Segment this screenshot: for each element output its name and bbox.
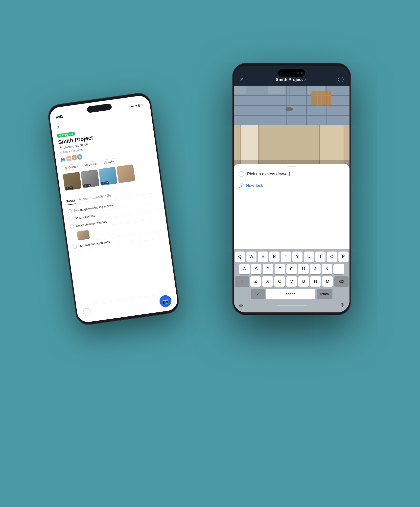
dynamic-island bbox=[278, 69, 305, 77]
collection-chip-icon: 📋 bbox=[104, 161, 107, 164]
keyboard-row-4: 123 space return bbox=[235, 289, 349, 299]
key-o[interactable]: O bbox=[327, 252, 337, 262]
location-icon: 📍 bbox=[59, 146, 63, 150]
back-close-button[interactable]: ✕ bbox=[56, 125, 60, 130]
photo-4-bg bbox=[116, 164, 135, 183]
key-m[interactable]: M bbox=[322, 276, 333, 287]
back-phone: 9:41 ▪▪▪ ▾ ▮ ☆ ✕ In Progress Smith Proje… bbox=[47, 91, 180, 327]
key-l[interactable]: L bbox=[333, 264, 344, 274]
key-x[interactable]: X bbox=[262, 276, 273, 287]
tab-tasks[interactable]: Tasks bbox=[66, 198, 76, 205]
key-w[interactable]: W bbox=[246, 252, 257, 262]
info-icon: i bbox=[341, 78, 341, 81]
key-f[interactable]: F bbox=[275, 264, 285, 274]
photo-1[interactable]: 👤 7w bbox=[63, 172, 82, 191]
front-screen: ✕ Smith Project > i bbox=[234, 66, 350, 312]
new-task-label[interactable]: New Task bbox=[246, 183, 263, 188]
key-k[interactable]: K bbox=[322, 264, 332, 274]
svg-rect-12 bbox=[268, 86, 285, 94]
front-phone: ✕ Smith Project > i bbox=[232, 63, 351, 315]
key-return[interactable]: return bbox=[317, 289, 332, 299]
collection-chip[interactable]: 📋 Colle bbox=[101, 158, 117, 166]
back-status-icons: ▪▪▪ ▾ ▮ ☆ bbox=[131, 103, 144, 108]
key-i[interactable]: I bbox=[315, 252, 326, 262]
key-y[interactable]: Y bbox=[292, 252, 303, 262]
key-h[interactable]: H bbox=[298, 264, 309, 274]
svg-point-31 bbox=[285, 107, 293, 111]
task-circle-2 bbox=[69, 217, 73, 221]
task-text-2: Secure flashing bbox=[75, 214, 95, 220]
status-badge: In Progress bbox=[57, 132, 75, 138]
new-task-plus-icon[interactable]: + bbox=[239, 183, 244, 188]
task-input-text[interactable]: Pick up excess drywall bbox=[247, 172, 345, 177]
labels-chip-icon: 🏷 bbox=[85, 163, 88, 166]
front-title-area[interactable]: Smith Project > bbox=[276, 77, 306, 82]
key-numbers[interactable]: 123 bbox=[251, 289, 265, 299]
front-project-title: Smith Project bbox=[276, 77, 303, 82]
front-close-button[interactable]: ✕ bbox=[240, 76, 244, 82]
svg-rect-10 bbox=[234, 86, 246, 94]
side-button-mute bbox=[51, 145, 53, 152]
task-circle-3 bbox=[70, 224, 74, 229]
key-e[interactable]: E bbox=[258, 252, 268, 262]
camera-button[interactable]: 📷 bbox=[159, 294, 172, 308]
lines-icon: ≡ bbox=[59, 151, 62, 154]
battery-icon: ▮ bbox=[138, 103, 140, 107]
key-t[interactable]: T bbox=[281, 252, 291, 262]
star-icon[interactable]: ☆ bbox=[141, 103, 144, 107]
key-s[interactable]: S bbox=[251, 264, 262, 274]
key-space[interactable]: space bbox=[266, 289, 315, 299]
key-b[interactable]: B bbox=[298, 276, 309, 287]
photo-4[interactable] bbox=[116, 164, 135, 183]
key-p[interactable]: P bbox=[338, 252, 349, 262]
key-j[interactable]: J bbox=[310, 264, 321, 274]
people-icon: 👥 bbox=[60, 157, 65, 162]
mic-key[interactable]: 🎙 bbox=[340, 302, 345, 309]
tab-notes[interactable]: Notes bbox=[79, 197, 88, 203]
tab-checklists[interactable]: Checklists (5) bbox=[91, 193, 111, 202]
key-shift[interactable]: ⇧ bbox=[235, 276, 249, 287]
key-u[interactable]: U bbox=[304, 252, 314, 262]
photo-3[interactable]: 👤 7w bbox=[98, 167, 117, 186]
task-photo bbox=[77, 230, 90, 240]
back-screen: 9:41 ▪▪▪ ▾ ▮ ☆ ✕ In Progress Smith Proje… bbox=[48, 95, 179, 323]
task-cursor bbox=[289, 172, 290, 176]
keyboard-row-1: Q W E R T Y U I O P bbox=[235, 252, 349, 262]
key-n[interactable]: N bbox=[310, 276, 321, 287]
key-g[interactable]: G bbox=[286, 264, 297, 274]
key-r[interactable]: R bbox=[269, 252, 280, 262]
di-dot-2 bbox=[301, 72, 303, 74]
add-button[interactable]: + bbox=[83, 307, 92, 316]
home-bar bbox=[277, 305, 306, 306]
task-input-area[interactable]: Pick up excess drywall bbox=[234, 167, 350, 180]
contact-chip[interactable]: 🏠 Contact bbox=[62, 163, 81, 171]
contact-chip-icon: 🏠 bbox=[64, 166, 68, 170]
side-button-vol-up bbox=[53, 157, 56, 170]
emoji-key[interactable]: ☺ bbox=[238, 302, 244, 309]
home-indicator bbox=[277, 302, 306, 309]
task-radio[interactable] bbox=[239, 171, 244, 177]
key-q[interactable]: Q bbox=[235, 252, 245, 262]
key-delete[interactable]: ⌫ bbox=[334, 276, 349, 287]
key-v[interactable]: V bbox=[286, 276, 297, 287]
keyboard[interactable]: Q W E R T Y U I O P A S bbox=[234, 249, 350, 312]
task-circle-4 bbox=[73, 244, 77, 249]
key-z[interactable]: Z bbox=[250, 276, 261, 287]
contact-chip-label: Contact bbox=[68, 165, 78, 169]
front-info-button[interactable]: i bbox=[338, 77, 344, 82]
key-d[interactable]: D bbox=[263, 264, 273, 274]
svg-rect-13 bbox=[288, 86, 305, 94]
construction-image bbox=[234, 86, 350, 170]
svg-rect-11 bbox=[248, 86, 266, 94]
front-title-chevron: > bbox=[304, 78, 306, 82]
side-button-vol-down bbox=[55, 175, 58, 187]
task-input-value: Pick up excess drywall bbox=[247, 172, 289, 176]
labels-chip-label: Labels bbox=[88, 162, 97, 166]
avatar-3: C bbox=[76, 153, 83, 160]
photo-2[interactable]: 👤 7w bbox=[81, 169, 100, 188]
key-a[interactable]: A bbox=[239, 264, 250, 274]
new-task-row[interactable]: + New Task bbox=[234, 180, 350, 191]
labels-chip[interactable]: 🏷 Labels bbox=[82, 160, 100, 168]
key-c[interactable]: C bbox=[274, 276, 285, 287]
keyboard-row-2: A S D F G H J K L bbox=[235, 264, 349, 274]
